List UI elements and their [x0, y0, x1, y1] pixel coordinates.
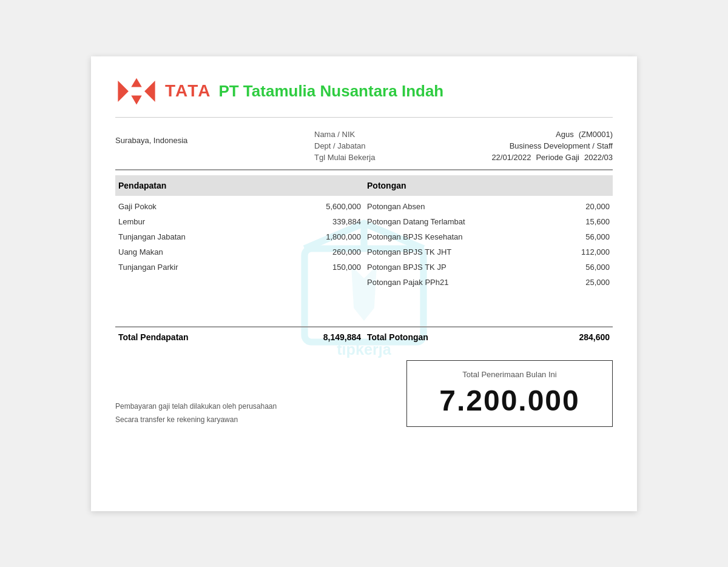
potongan-header: Potongan [364, 180, 613, 191]
income-item-value: 5,600,000 [326, 202, 361, 211]
income-item-value: 1,800,000 [326, 232, 361, 241]
deduction-item-label: Potongan Pajak PPh21 [367, 278, 448, 287]
footer-note1: Pembayaran gaji telah dilakukan oleh per… [115, 400, 277, 414]
income-item-value: 260,000 [332, 247, 361, 257]
nama-nik-label: Nama / NIK [314, 130, 399, 139]
header: TATA PT Tatamulia Nusantara Indah [115, 75, 613, 118]
total-pendapatan-label: Total Pendapatan [118, 332, 189, 342]
tgl-row: Tgl Mulai Bekerja 22/01/2022 Periode Gaj… [314, 153, 613, 162]
income-item: Tunjangan Parkir 150,000 [118, 260, 361, 275]
deduction-item-value: 25,000 [585, 278, 610, 287]
income-item-value: 339,884 [332, 217, 361, 226]
deduction-item-label: Potongan Absen [367, 202, 425, 211]
location: Surabaya, Indonesia [115, 130, 187, 164]
deduction-column: Potongan Absen 20,000 Potongan Datang Te… [364, 199, 613, 320]
total-potongan-label: Total Potongan [367, 332, 428, 342]
deduction-item-value: 15,600 [585, 217, 610, 226]
deduction-item-value: 56,000 [585, 263, 610, 272]
income-column: Gaji Pokok 5,600,000 Lembur 339,884 Tunj… [115, 199, 364, 320]
table-body: Gaji Pokok 5,600,000 Lembur 339,884 Tunj… [115, 199, 613, 320]
deduction-item: Potongan BPJS TK JHT 112,000 [367, 244, 610, 260]
dept-value: Business Development / Staff [510, 141, 613, 150]
total-pendapatan-value: 8,149,884 [323, 332, 361, 342]
company-name: PT Tatamulia Nusantara Indah [218, 82, 443, 101]
deduction-item-value: 20,000 [585, 202, 610, 211]
total-receipt-box: Total Penerimaan Bulan Ini 7.200.000 [406, 360, 613, 427]
total-potongan-value: 284,600 [579, 332, 610, 342]
pendapatan-header: Pendapatan [115, 180, 364, 191]
income-item: Uang Makan 260,000 [118, 244, 361, 260]
total-potongan: Total Potongan 284,600 [364, 332, 613, 342]
deduction-item: Potongan Absen 20,000 [367, 199, 610, 214]
employee-nik: (ZM0001) [579, 130, 613, 139]
info-section: Surabaya, Indonesia Nama / NIK Agus (ZM0… [115, 130, 613, 164]
footer-section: Pembayaran gaji telah dilakukan oleh per… [115, 360, 613, 427]
table-header: Pendapatan Potongan [115, 175, 613, 196]
logo-area: TATA PT Tatamulia Nusantara Indah [115, 75, 443, 108]
periode-label: Periode Gaji [536, 153, 579, 162]
income-item-label: Gaji Pokok [118, 202, 157, 211]
income-item-label: Lembur [118, 217, 145, 226]
dept-values: Business Development / Staff [399, 141, 613, 150]
svg-marker-3 [118, 81, 129, 102]
tgl-value: 22/01/2022 [491, 153, 531, 162]
deduction-item: Potongan BPJS TK JP 56,000 [367, 260, 610, 275]
receipt-label: Total Penerimaan Bulan Ini [419, 370, 600, 379]
receipt-amount: 7.200.000 [419, 384, 600, 417]
total-pendapatan: Total Pendapatan 8,149,884 [115, 332, 364, 342]
income-item-label: Uang Makan [118, 247, 163, 257]
income-item: Gaji Pokok 5,600,000 [118, 199, 361, 214]
total-section: Total Pendapatan 8,149,884 Total Potonga… [115, 326, 613, 342]
periode-value: 2022/03 [584, 153, 613, 162]
svg-marker-5 [131, 78, 142, 87]
income-item-label: Tunjangan Jabatan [118, 232, 186, 241]
deduction-item-value: 56,000 [585, 232, 610, 241]
income-item: Tunjangan Jabatan 1,800,000 [118, 229, 361, 244]
deduction-item-label: Potongan BPJS TK JP [367, 263, 447, 272]
footer-note2: Secara transfer ke rekening karyawan [115, 414, 277, 427]
nama-nik-row: Nama / NIK Agus (ZM0001) [314, 130, 613, 139]
nama-nik-values: Agus (ZM0001) [399, 130, 613, 139]
deduction-item: Potongan BPJS Kesehatan 56,000 [367, 229, 610, 244]
tgl-values: 22/01/2022 Periode Gaji 2022/03 [399, 153, 613, 162]
income-item-label: Tunjangan Parkir [118, 263, 178, 272]
dept-row: Dept / Jabatan Business Development / St… [314, 141, 613, 150]
svg-marker-4 [144, 81, 155, 102]
deduction-item-label: Potongan BPJS Kesehatan [367, 232, 463, 241]
header-divider [115, 169, 613, 170]
employee-info: Nama / NIK Agus (ZM0001) Dept / Jabatan … [314, 130, 613, 164]
deduction-item: Potongan Datang Terlambat 15,600 [367, 214, 610, 229]
deduction-item-value: 112,000 [581, 247, 610, 257]
income-item: Lembur 339,884 [118, 214, 361, 229]
svg-marker-6 [131, 95, 142, 104]
deduction-item-label: Potongan BPJS TK JHT [367, 247, 451, 257]
tata-logo [115, 75, 158, 108]
tata-text: TATA [165, 81, 211, 101]
income-item-value: 150,000 [332, 263, 361, 272]
deduction-item-label: Potongan Datang Terlambat [367, 217, 465, 226]
tgl-label: Tgl Mulai Bekerja [314, 153, 399, 162]
dept-label: Dept / Jabatan [314, 141, 399, 150]
footer-notes: Pembayaran gaji telah dilakukan oleh per… [115, 400, 277, 426]
deduction-item: Potongan Pajak PPh21 25,000 [367, 275, 610, 290]
employee-name: Agus [556, 130, 574, 139]
